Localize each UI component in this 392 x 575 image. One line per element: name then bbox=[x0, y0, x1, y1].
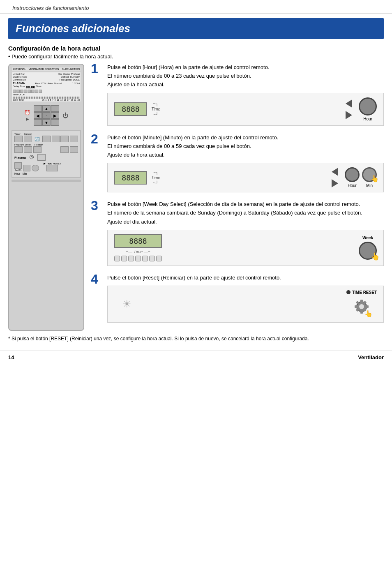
step-1-arrows bbox=[346, 99, 352, 119]
led-row bbox=[13, 90, 80, 93]
step-2-wave: ~┐ Time ~┘ bbox=[151, 170, 160, 185]
week-day-dots bbox=[114, 256, 162, 261]
week-circle-btn[interactable]: 👆 bbox=[359, 242, 377, 260]
central-run-label: Central Run bbox=[13, 79, 26, 81]
dual-remote-label: Dual Remote bbox=[13, 76, 27, 78]
step-2-time: Time bbox=[151, 176, 160, 180]
page-footer: 14 Ventilador bbox=[0, 351, 392, 364]
min-btn-2: 👆 Min bbox=[362, 167, 377, 188]
step-1-time: Time bbox=[151, 107, 160, 111]
arrow-left-icon bbox=[346, 99, 352, 108]
mid-row2 bbox=[14, 146, 78, 153]
set-lbl: Set/Cr bbox=[14, 169, 21, 171]
d-btn-left[interactable]: ◀ bbox=[34, 112, 42, 119]
step-3: 3 Pulse el botón [Week Day Select] (Sele… bbox=[91, 201, 384, 266]
icon-btn-3[interactable] bbox=[70, 136, 78, 142]
step-1-number: 1 bbox=[91, 62, 104, 126]
remote-info-strip: EXTERNAL VENTILATOR OPERATION SUBFUNCTIO… bbox=[12, 67, 81, 71]
arrow-left-icon-2 bbox=[332, 168, 338, 176]
fan-speed-zone: Fan Speed ZONE bbox=[60, 79, 80, 81]
plus-btn[interactable] bbox=[42, 136, 51, 142]
o-btn[interactable] bbox=[32, 165, 39, 171]
mid-row-label-2: Program Week Holiday bbox=[14, 143, 78, 146]
step-4-reset-btn: TIME RESET bbox=[346, 290, 377, 318]
program-lbl: Program bbox=[14, 143, 24, 146]
set-row: Set/Cr ▶ TIME RESET bbox=[14, 162, 78, 171]
week-btn-sq[interactable] bbox=[24, 146, 32, 153]
step-1-illustration: 8888 ~┐ Time ~┘ Hour bbox=[107, 93, 384, 126]
icon-btn-2[interactable] bbox=[60, 136, 69, 142]
dot-7 bbox=[156, 256, 162, 261]
time-reset-btn-label: TIME RESET bbox=[352, 290, 377, 295]
set-btn[interactable] bbox=[14, 162, 22, 169]
led-3 bbox=[20, 90, 23, 93]
d-btn-empty-tl bbox=[34, 105, 42, 112]
heat-xch-auto-normal: Heat XCH Auto Normal bbox=[35, 82, 62, 85]
cancel-btn[interactable] bbox=[24, 136, 32, 142]
linked-run-label: Linked Run bbox=[13, 73, 25, 75]
step-2-content: Pulse el botón [Minute] (Minuto) en la p… bbox=[107, 134, 384, 193]
holiday-btn[interactable] bbox=[33, 146, 42, 153]
step-3-line-3: Ajuste del día actual. bbox=[107, 218, 384, 226]
d-btn-right[interactable]: ▶ bbox=[51, 112, 59, 119]
power-icon[interactable]: ⏻ bbox=[62, 112, 68, 119]
dot-indicator bbox=[346, 290, 350, 294]
dot-3 bbox=[128, 256, 134, 261]
cancel-lbl: Cancel bbox=[24, 133, 32, 135]
min-btn-label: Min bbox=[366, 183, 373, 188]
led-7 bbox=[35, 90, 38, 93]
icon-btn-5[interactable] bbox=[70, 146, 78, 153]
timer-btn[interactable] bbox=[14, 136, 23, 142]
d-btn-empty-bl bbox=[34, 119, 42, 126]
svg-rect-5 bbox=[365, 305, 369, 308]
hour-circle-btn[interactable] bbox=[359, 97, 377, 115]
right-icons: ⏻ bbox=[62, 112, 68, 119]
led-8 bbox=[39, 90, 42, 93]
main-content: EXTERNAL VENTILATOR OPERATION SUBFUNCTIO… bbox=[8, 64, 384, 331]
plasma-icon[interactable]: ⓪ bbox=[28, 154, 36, 161]
hour-circle-btn-2[interactable] bbox=[345, 167, 360, 182]
g-btn[interactable] bbox=[23, 165, 30, 171]
d-btn-up[interactable]: ▲ bbox=[42, 105, 51, 112]
step-3-left: 8888 ~— Time —~ bbox=[114, 234, 162, 261]
banner-title: Funciones adicionales bbox=[16, 22, 376, 35]
ventilator-label: VENTILATOR OPERATION bbox=[29, 68, 59, 70]
section-title: Configuración de la hora actual bbox=[8, 45, 384, 52]
step-1-line-1: Pulse el botón [Hour] (Hora) en la parte… bbox=[107, 64, 384, 71]
subfunction-label: SUBFUNCTION bbox=[62, 68, 80, 70]
step-1-hour-btn: Hour bbox=[359, 97, 377, 121]
icon-btn-1[interactable] bbox=[52, 136, 60, 142]
d-btn-empty-br bbox=[51, 119, 59, 126]
hour-btn-label-2: Hour bbox=[348, 183, 357, 188]
min-circle-btn[interactable]: 👆 bbox=[362, 167, 377, 182]
d-pad: ▲ ◀ · ▶ ▼ bbox=[34, 105, 59, 126]
time-reset-btn-area: ▶ TIME RESET bbox=[44, 162, 61, 171]
step-2-line-2: El número cambiará de 00 a 59 cada vez q… bbox=[107, 143, 384, 150]
step-4: 4 Pulse el botón [Reset] (Reiniciar) en … bbox=[91, 274, 384, 323]
arrow-right-icon-2 bbox=[332, 179, 338, 187]
dot-1 bbox=[114, 256, 120, 261]
icon-btn-4[interactable] bbox=[60, 146, 69, 153]
product-name: Ventilador bbox=[358, 354, 384, 360]
d-btn-center[interactable]: · bbox=[42, 112, 51, 119]
week-lbl: Week bbox=[25, 143, 33, 146]
program-btn[interactable] bbox=[14, 146, 23, 153]
plasma-icon2[interactable] bbox=[37, 154, 46, 161]
g-btn-area bbox=[23, 165, 30, 171]
time-reset-btn[interactable] bbox=[46, 165, 58, 171]
arrow-right-icon: ▶ bbox=[26, 117, 29, 121]
spacer bbox=[43, 146, 59, 153]
remote-sub-rows: Linked Run On Heater Preheat Dual Remote… bbox=[12, 72, 81, 102]
led-2 bbox=[16, 90, 20, 93]
step-1-line-3: Ajuste de la hora actual. bbox=[107, 81, 384, 88]
plasma-btn-label: Plasma bbox=[14, 156, 26, 159]
clock-icon: ⏰ bbox=[24, 110, 30, 115]
plasma-row: PLASMA Heat XCH Auto Normal 1 2 3 4 bbox=[13, 81, 80, 85]
d-btn-down[interactable]: ▼ bbox=[42, 119, 51, 126]
led-1 bbox=[13, 90, 16, 93]
page-number: 14 bbox=[8, 354, 14, 360]
refresh-icon[interactable]: 🔄 bbox=[33, 136, 42, 142]
remote-control: EXTERNAL VENTILATOR OPERATION SUBFUNCTIO… bbox=[8, 64, 84, 331]
dot-2 bbox=[121, 256, 127, 261]
footnote: * Si pulsa el botón [RESET] (Reiniciar) … bbox=[8, 335, 384, 342]
